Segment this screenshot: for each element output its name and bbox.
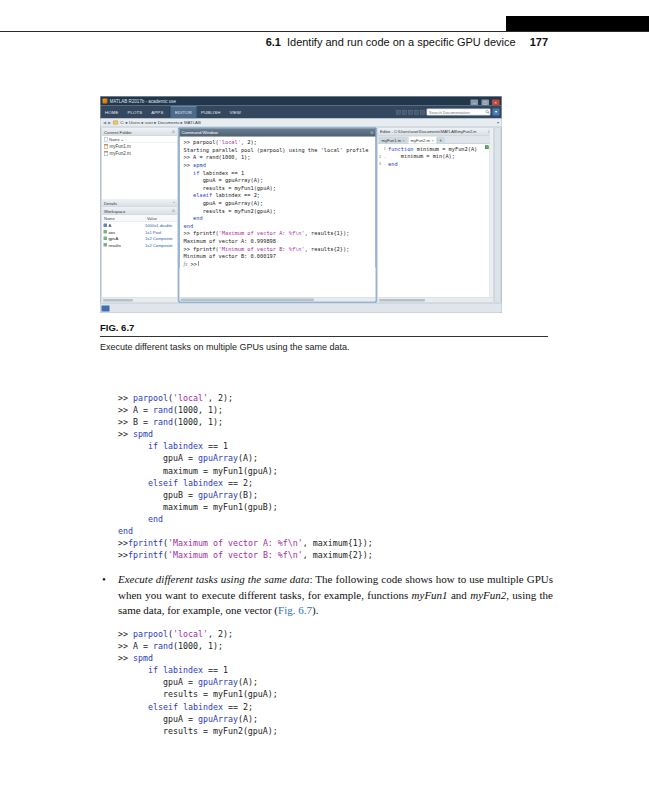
document-icon (104, 137, 108, 142)
variable-name: results (109, 242, 146, 247)
variable-name: A (109, 223, 146, 228)
sort-icon: ▴ (121, 137, 123, 141)
running-head: 6.1Identify and run code on a specific G… (0, 36, 548, 48)
matlab-window: MATLAB R2017b - academic use – ▢ × HOMEP… (100, 96, 502, 313)
variable-value: 1000x1 double (145, 223, 177, 228)
workspace-row[interactable]: A 1000x1 double (102, 222, 177, 229)
ribbon-tab[interactable]: EDITOR (170, 106, 196, 119)
search-box[interactable] (427, 109, 491, 116)
variable-name: ans (109, 229, 146, 234)
busy-indicator (102, 305, 110, 311)
code-analyzer-indicator (485, 146, 489, 150)
search-icon (486, 110, 489, 113)
figure-caption: Execute different tasks on multiple GPUs… (100, 342, 349, 352)
editor-code[interactable]: function minimum = myFun2(A) minimum = m… (388, 145, 493, 168)
page-number: 177 (530, 36, 548, 48)
figure-label: FIG. 6.7 (100, 322, 134, 333)
current-folder-column-header[interactable]: Name ▴ (102, 136, 177, 143)
variable-name: gpuA (109, 236, 146, 241)
ribbon-tab[interactable]: APPS (147, 106, 168, 119)
bullet-paragraph: • Execute different tasks using the same… (100, 572, 553, 619)
folder-icon (113, 120, 118, 124)
editor-tab-bar: myFun1.m × myFun2.m × + (378, 136, 493, 144)
ribbon-tab[interactable]: PUBLISH (196, 106, 224, 119)
editor-tab[interactable]: myFun1.m × (379, 137, 407, 144)
details-title: Details (104, 200, 117, 205)
file-item[interactable]: myFun1.m (102, 143, 177, 150)
ribbon-tab[interactable]: VIEW (225, 106, 246, 119)
editor-vertical-scrollbar[interactable] (490, 128, 494, 298)
command-window-header[interactable]: Command Window ⊙ (180, 129, 376, 137)
variable-icon (104, 224, 108, 228)
account-dropdown-icon[interactable]: ▾ (493, 109, 500, 116)
file-list: myFun1.m myFun2.m (102, 143, 177, 157)
ribbon-separator (169, 108, 170, 117)
command-window-content[interactable]: >> parpool('local', 2);Starting parallel… (180, 137, 376, 268)
current-folder-header[interactable]: Current Folder ⊙ (102, 128, 177, 136)
line-number-gutter: 12 -3 - (378, 145, 388, 168)
header-rule (0, 31, 649, 32)
collapsed-panel-strip[interactable] (495, 128, 501, 303)
editor-title: Editor - C:\Users\user\Documents\MATLAB\… (380, 130, 477, 135)
workspace-header[interactable]: Workspace ⊙ (102, 207, 177, 215)
current-folder-title: Current Folder (104, 129, 132, 134)
mfile-icon (104, 151, 108, 156)
collapse-icon[interactable]: ^ (171, 201, 175, 206)
variable-value: 1x2 Composite (145, 242, 177, 247)
variable-value: 1x2 Composite (145, 236, 177, 241)
figure-rule (100, 336, 548, 337)
workspace-column-headers[interactable]: Name Value (102, 215, 177, 222)
panel-menu-icon[interactable]: ⊙ (170, 130, 175, 135)
ribbon-tab[interactable]: HOME (101, 106, 123, 119)
panel-menu-icon[interactable]: ⊙ (368, 130, 373, 135)
status-bar (101, 304, 502, 313)
back-icon[interactable]: ◀ (103, 120, 106, 125)
section-title: Identify and run code on a specific GPU … (287, 36, 516, 48)
horizontal-scrollbar[interactable] (378, 298, 493, 303)
window-controls: – ▢ × (470, 97, 500, 106)
command-window-panel: Command Window ⊙ >> parpool('local', 2);… (179, 128, 377, 303)
breadcrumb[interactable]: C: ▸ Users ▸ user ▸ Documents ▸ MATLAB (120, 120, 201, 125)
editor-tab-label: myFun2.m (410, 138, 430, 143)
mfile-icon (104, 144, 108, 149)
horizontal-scrollbar[interactable] (180, 297, 376, 302)
editor-panel: Editor - C:\Users\user\Documents\MATLAB\… (378, 128, 494, 303)
search-input[interactable] (427, 109, 491, 116)
forward-icon[interactable]: ▶ (108, 120, 111, 125)
current-folder-panel: Current Folder ⊙ Name ▴ myFun1.m (102, 128, 178, 303)
ribbon: HOMEPLOTSAPPS EDITORPUBLISHVIEW ▾ (101, 106, 502, 119)
file-item[interactable]: myFun2.m (102, 150, 177, 157)
titlebar[interactable]: MATLAB R2017b - academic use – ▢ × (101, 97, 502, 106)
variable-icon (104, 237, 108, 241)
ribbon-tab[interactable]: PLOTS (123, 106, 147, 119)
workspace-row[interactable]: ans 1x1 Pool (102, 229, 177, 236)
code-listing-2: >> parpool('local', 2);>> A = rand(1000,… (118, 628, 278, 737)
panel-menu-icon[interactable]: ⊙ (170, 209, 175, 214)
close-tab-icon[interactable]: × (432, 138, 434, 143)
workspace-layout: Current Folder ⊙ Name ▴ myFun1.m (101, 127, 502, 304)
ribbon-tabs-context: EDITORPUBLISHVIEW (170, 106, 245, 119)
line-number: 1 (378, 145, 386, 153)
horizontal-scrollbar[interactable] (102, 298, 177, 303)
workspace-col-name: Name (102, 216, 145, 221)
variable-icon (104, 230, 108, 234)
editor-tab-label: myFun1.m (382, 138, 402, 143)
ribbon-tabs-main: HOMEPLOTSAPPS (101, 106, 168, 119)
editor-tab[interactable]: myFun2.m × (408, 137, 436, 144)
bullet-marker: • (102, 572, 106, 588)
workspace-variable-list: A 1000x1 double ans 1x1 Pool (102, 222, 177, 248)
close-tab-icon[interactable]: × (403, 138, 405, 143)
new-tab-button[interactable]: + (437, 137, 445, 144)
editor-header[interactable]: Editor - C:\Users\user\Documents\MATLAB\… (378, 128, 493, 136)
workspace-row[interactable]: gpuA 1x2 Composite (102, 235, 177, 242)
matlab-logo-icon (103, 99, 108, 104)
editor-code-area[interactable]: 12 -3 - function minimum = myFun2(A) min… (378, 144, 493, 168)
line-number: 2 - (378, 153, 386, 161)
column-name-label: Name (109, 137, 120, 142)
quick-access-icons[interactable] (396, 110, 425, 115)
window-title: MATLAB R2017b - academic use (110, 99, 468, 104)
section-number: 6.1 (266, 36, 281, 48)
details-header[interactable]: Details ^ (102, 199, 177, 207)
breadcrumb-dropdown-icon[interactable]: ▾ (497, 120, 499, 125)
file-name: myFun1.m (110, 144, 131, 149)
